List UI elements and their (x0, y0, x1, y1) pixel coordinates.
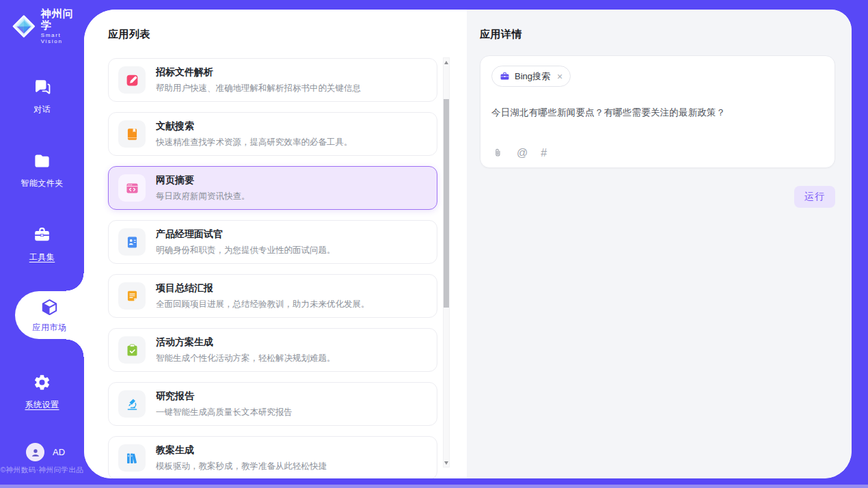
avatar (26, 443, 44, 461)
toolbox-icon (33, 226, 51, 244)
copyright-text: ©神州数码·神州问学出品 (0, 465, 84, 475)
app-name: 网页摘要 (156, 174, 250, 187)
app-list-panel: 应用列表 招标文件解析 帮助用户快速、准确地理解和解析招标书中的关键信息 文献搜… (84, 10, 467, 478)
app-description: 全面回顾项目进展，总结经验教训，助力未来优化发展。 (156, 299, 370, 310)
clipboard-check-icon (125, 343, 139, 357)
app-card-5[interactable]: 活动方案生成 智能生成个性化活动方案，轻松解决规划难题。 (108, 328, 437, 372)
app-card-6[interactable]: 研究报告 一键智能生成高质量长文本研究报告 (108, 382, 437, 426)
app-description: 快速精准查找学术资源，提高研究效率的必备工具。 (156, 137, 353, 148)
app-description: 一键智能生成高质量长文本研究报告 (156, 407, 293, 418)
window-bottom-edge (0, 485, 868, 488)
scrollbar-down-arrow[interactable] (444, 459, 449, 467)
app-name: 招标文件解析 (156, 66, 361, 79)
user-account[interactable]: AD (26, 443, 65, 461)
scrollbar-thumb[interactable] (444, 99, 449, 308)
app-description: 明确身份和职责，为您提供专业性的面试问题。 (156, 245, 336, 256)
app-name: 活动方案生成 (156, 336, 336, 349)
app-market-cube-icon (40, 298, 59, 316)
run-button[interactable]: 运行 (794, 186, 835, 208)
app-name: 项目总结汇报 (156, 282, 370, 295)
app-name: 教案生成 (156, 444, 327, 457)
browser-code-icon (125, 181, 139, 195)
briefcase-icon (500, 71, 510, 81)
composer-card: Bing搜索 × 今日湖北有哪些新闻要点？有哪些需要关注的最新政策？ @ # (480, 55, 835, 168)
composer-toolbar: @ # (492, 147, 547, 159)
app-detail-title: 应用详情 (480, 28, 835, 41)
scrollbar-up-arrow[interactable] (444, 58, 449, 66)
app-icon-tile (118, 282, 146, 310)
app-name: 研究报告 (156, 390, 293, 403)
at-icon[interactable]: @ (517, 148, 528, 159)
query-input[interactable]: 今日湖北有哪些新闻要点？有哪些需要关注的最新政策？ (491, 107, 824, 119)
app-rows: 招标文件解析 帮助用户快速、准确地理解和解析招标书中的关键信息 文献搜索 快速精… (108, 58, 437, 478)
app-icon-tile (118, 120, 146, 148)
app-card-4[interactable]: 项目总结汇报 全面回顾项目进展，总结经验教训，助力未来优化发展。 (108, 274, 437, 318)
app-icon-tile (118, 336, 146, 364)
hash-icon[interactable]: # (541, 148, 547, 159)
app-description: 帮助用户快速、准确地理解和解析招标书中的关键信息 (156, 83, 361, 94)
app-card-1[interactable]: 文献搜索 快速精准查找学术资源，提高研究效率的必备工具。 (108, 112, 437, 156)
gear-icon (33, 373, 51, 392)
app-list-title: 应用列表 (108, 28, 467, 41)
app-icon-tile (118, 228, 146, 256)
books-icon (125, 451, 139, 465)
app-card-2[interactable]: 网页摘要 每日政府新闻资讯快查。 (108, 166, 437, 210)
book-icon (125, 127, 139, 141)
sidebar-item-2[interactable]: 工具集 (0, 226, 84, 263)
main-content: 应用列表 招标文件解析 帮助用户快速、准确地理解和解析招标书中的关键信息 文献搜… (84, 10, 852, 478)
tool-tag-label: Bing搜索 (515, 70, 550, 83)
smart-folder-icon (33, 152, 51, 170)
app-name: 产品经理面试官 (156, 228, 336, 241)
app-description: 每日政府新闻资讯快查。 (156, 191, 250, 202)
user-icon (30, 447, 41, 458)
app-name: 文献搜索 (156, 120, 353, 133)
resume-person-icon (125, 235, 139, 249)
paperclip-icon[interactable] (492, 147, 504, 159)
app-card-0[interactable]: 招标文件解析 帮助用户快速、准确地理解和解析招标书中的关键信息 (108, 58, 437, 102)
sticky-note-icon (125, 289, 139, 303)
app-card-7[interactable]: 教案生成 模板驱动，教案秒成，教学准备从此轻松快捷 (108, 436, 437, 478)
sidebar-item-4[interactable]: 系统设置 (0, 373, 84, 411)
microscope-icon (125, 397, 139, 411)
app-icon-tile (118, 444, 146, 472)
app-description: 模板驱动，教案秒成，教学准备从此轻松快捷 (156, 461, 327, 472)
run-row: 运行 (480, 186, 835, 208)
sidebar-item-0[interactable]: 对话 (0, 78, 84, 116)
chat-icon (33, 78, 51, 96)
app-icon-tile (118, 390, 146, 418)
app-icon-tile (118, 66, 146, 94)
app-icon-tile (118, 174, 146, 202)
app-card-3[interactable]: 产品经理面试官 明确身份和职责，为您提供专业性的面试问题。 (108, 220, 437, 264)
pen-square-icon (125, 73, 139, 87)
app-detail-panel: 应用详情 Bing搜索 × 今日湖北有哪些新闻要点？有哪些需要关注的最新政策？ … (467, 10, 852, 478)
sidebar-item-3[interactable]: 应用市场 (15, 291, 84, 339)
sidebar-nav: 对话 智能文件夹 工具集 应用市场 系统设置 (0, 0, 84, 488)
close-icon[interactable]: × (557, 72, 562, 81)
tool-tag-bing-search[interactable]: Bing搜索 × (491, 66, 571, 87)
app-list-scrollbar[interactable] (443, 57, 450, 467)
app-description: 智能生成个性化活动方案，轻松解决规划难题。 (156, 353, 336, 364)
sidebar-item-1[interactable]: 智能文件夹 (0, 152, 84, 189)
user-name: AD (53, 447, 65, 457)
sidebar: 神州问学 Smart Vision 对话 智能文件夹 工具集 应用市场 系统设置… (0, 0, 84, 488)
